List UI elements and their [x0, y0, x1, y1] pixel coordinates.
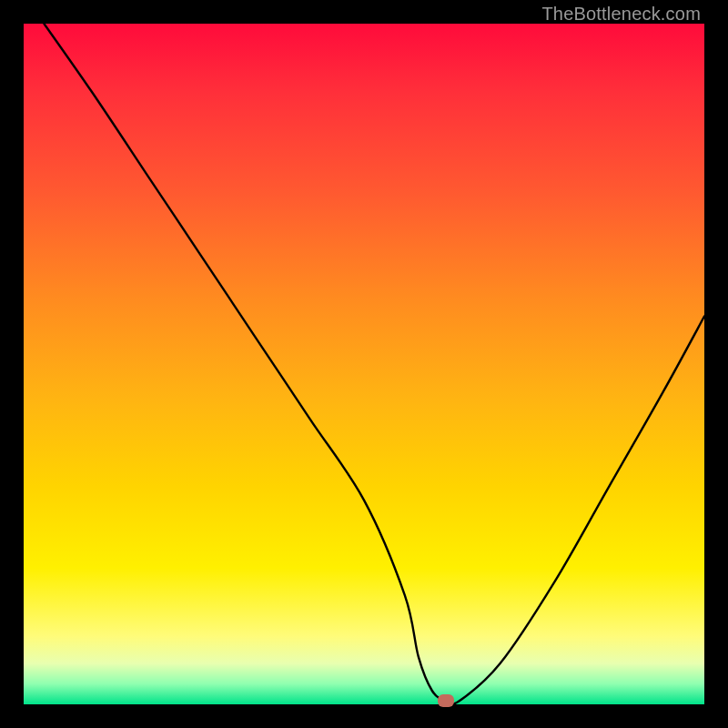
chart-frame: TheBottleneck.com — [0, 0, 728, 728]
attribution-label: TheBottleneck.com — [541, 4, 701, 25]
optimum-marker — [438, 694, 454, 707]
bottleneck-curve — [24, 24, 704, 704]
plot-area — [24, 24, 704, 704]
